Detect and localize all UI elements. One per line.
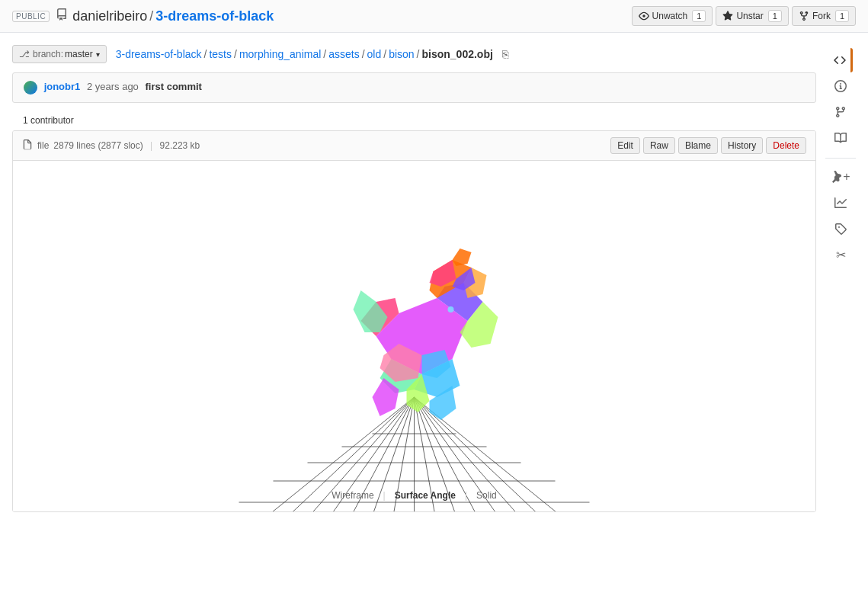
unwatch-label: Unwatch xyxy=(652,11,688,21)
unwatch-button[interactable]: Unwatch 1 xyxy=(632,6,713,26)
content-area: ⎇ branch: master ▾ 3-dreams-of-black/tes… xyxy=(12,45,816,512)
fork-label: Fork xyxy=(812,11,831,21)
commit-info: jonobr1 2 years ago first commit xyxy=(12,72,816,103)
fork-count: 1 xyxy=(835,10,849,22)
avatar xyxy=(24,81,37,95)
crumb-bison[interactable]: bison xyxy=(389,48,414,60)
unstar-label: Unstar xyxy=(736,11,763,21)
sidebar-item-info[interactable] xyxy=(828,74,853,98)
header: PUBLIC danielribeiro / 3-dreams-of-black… xyxy=(0,0,868,33)
crumb-repo[interactable]: 3-dreams-of-black xyxy=(116,48,202,60)
file-type: file xyxy=(37,140,49,151)
branch-name: master xyxy=(65,49,93,59)
3d-viewer[interactable]: Wireframe | Surface Angle | Solid xyxy=(13,161,815,511)
surface-angle-mode[interactable]: Surface Angle xyxy=(390,489,460,502)
unwatch-count: 1 xyxy=(692,10,706,22)
wireframe-mode[interactable]: Wireframe xyxy=(327,489,378,502)
branch-icon: ⎇ xyxy=(19,49,30,59)
view-modes: Wireframe | Surface Angle | Solid xyxy=(327,489,501,502)
svg-point-37 xyxy=(448,306,454,313)
reponame-link[interactable]: 3-dreams-of-black xyxy=(155,8,274,24)
breadcrumb-bar: ⎇ branch: master ▾ 3-dreams-of-black/tes… xyxy=(12,45,816,63)
unstar-button[interactable]: Unstar 1 xyxy=(716,6,788,26)
branch-selector[interactable]: ⎇ branch: master ▾ xyxy=(12,45,107,63)
svg-marker-38 xyxy=(453,248,472,266)
sidebar-divider-1 xyxy=(825,158,856,159)
right-sidebar: + ✂ xyxy=(825,45,856,512)
branch-label: branch: xyxy=(33,49,63,59)
delete-button[interactable]: Delete xyxy=(766,137,806,154)
copy-icon[interactable]: ⎘ xyxy=(502,48,508,60)
edit-button[interactable]: Edit xyxy=(610,137,640,154)
sidebar-item-pin[interactable]: + xyxy=(828,165,853,189)
file-lines: 2879 lines (2877 sloc) | 92.223 kb xyxy=(53,140,200,151)
username-link[interactable]: danielribeiro xyxy=(72,8,147,24)
grid-canvas xyxy=(13,161,815,511)
repo-icon xyxy=(56,8,68,24)
sidebar-item-book[interactable] xyxy=(828,126,853,150)
sidebar-item-chart[interactable] xyxy=(828,191,853,215)
sidebar-item-branch[interactable] xyxy=(828,100,853,124)
blame-button[interactable]: Blame xyxy=(678,137,718,154)
sidebar-item-tag[interactable] xyxy=(828,216,853,241)
commit-time: 2 years ago xyxy=(87,81,139,92)
public-badge: PUBLIC xyxy=(12,11,50,22)
path-separator: / xyxy=(149,8,153,24)
commit-message: first commit xyxy=(145,81,201,92)
commit-author[interactable]: jonobr1 xyxy=(44,81,81,92)
fork-button[interactable]: Fork 1 xyxy=(792,6,856,26)
solid-mode[interactable]: Solid xyxy=(472,489,501,502)
breadcrumb: 3-dreams-of-black/tests/morphing_animal/… xyxy=(116,48,508,60)
file-icon xyxy=(22,139,33,152)
crumb-assets[interactable]: assets xyxy=(328,48,359,60)
current-file: bison_002.obj xyxy=(422,48,493,60)
main-content: ⎇ branch: master ▾ 3-dreams-of-black/tes… xyxy=(0,33,868,524)
file-size: 92.223 kb xyxy=(160,140,200,151)
unstar-count: 1 xyxy=(768,10,782,22)
crumb-old[interactable]: old xyxy=(367,48,382,60)
file-view: file 2879 lines (2877 sloc) | 92.223 kb … xyxy=(12,130,816,512)
file-toolbar: file 2879 lines (2877 sloc) | 92.223 kb … xyxy=(13,131,815,161)
line-count: 2879 lines (2877 sloc) xyxy=(53,140,143,151)
raw-button[interactable]: Raw xyxy=(643,137,675,154)
contributor-info: 1 contributor xyxy=(12,111,816,130)
commit-details: jonobr1 2 years ago first commit xyxy=(24,81,202,95)
crumb-morphing[interactable]: morphing_animal xyxy=(239,48,321,60)
crumb-tests[interactable]: tests xyxy=(209,48,232,60)
svg-marker-40 xyxy=(354,290,388,332)
history-button[interactable]: History xyxy=(721,137,763,154)
contributor-count: 1 contributor xyxy=(23,115,74,126)
sidebar-item-code[interactable] xyxy=(828,48,853,72)
sidebar-item-scissors[interactable]: ✂ xyxy=(828,242,853,267)
chevron-down-icon: ▾ xyxy=(96,50,100,59)
